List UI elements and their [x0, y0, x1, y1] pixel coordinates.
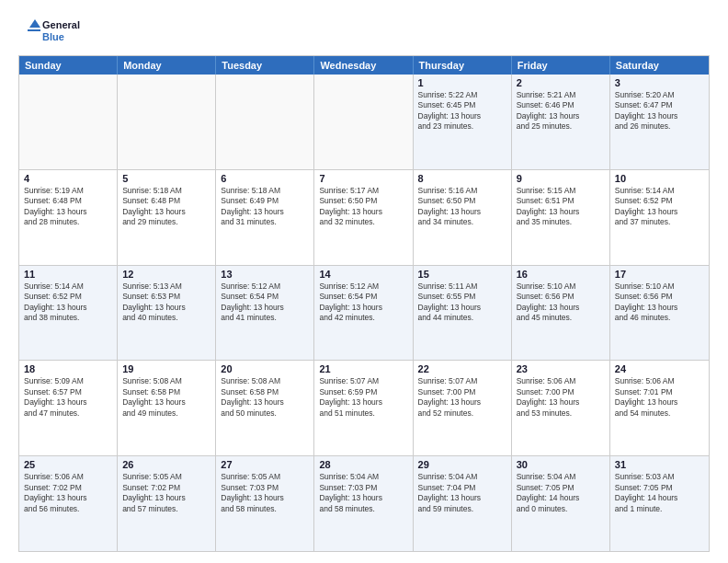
cell-details: Sunrise: 5:06 AMSunset: 7:02 PMDaylight:… [24, 472, 112, 514]
day-number: 18 [24, 363, 112, 374]
calendar-cell-22: 22Sunrise: 5:07 AMSunset: 7:00 PMDayligh… [414, 361, 512, 455]
cell-details: Sunrise: 5:18 AMSunset: 6:49 PMDaylight:… [221, 186, 309, 228]
header-day-wednesday: Wednesday [314, 56, 413, 75]
day-number: 12 [122, 269, 210, 280]
logo-svg: General Blue [18, 15, 92, 48]
calendar-cell-23: 23Sunrise: 5:06 AMSunset: 7:00 PMDayligh… [512, 361, 610, 455]
cell-details: Sunrise: 5:10 AMSunset: 6:56 PMDaylight:… [615, 282, 704, 324]
calendar-cell-empty [216, 75, 314, 169]
cell-details: Sunrise: 5:05 AMSunset: 7:03 PMDaylight:… [221, 472, 309, 514]
calendar-cell-4: 4Sunrise: 5:19 AMSunset: 6:48 PMDaylight… [19, 170, 118, 265]
cell-details: Sunrise: 5:18 AMSunset: 6:48 PMDaylight:… [122, 186, 210, 228]
day-number: 23 [517, 363, 605, 374]
calendar-body: 1Sunrise: 5:22 AMSunset: 6:45 PMDaylight… [19, 75, 709, 551]
svg-text:Blue: Blue [42, 31, 64, 42]
calendar-cell-11: 11Sunrise: 5:14 AMSunset: 6:52 PMDayligh… [19, 266, 118, 361]
calendar-header: SundayMondayTuesdayWednesdayThursdayFrid… [19, 56, 709, 75]
header-day-sunday: Sunday [19, 56, 118, 75]
day-number: 16 [517, 269, 605, 280]
day-number: 15 [418, 269, 506, 280]
cell-details: Sunrise: 5:09 AMSunset: 6:57 PMDaylight:… [24, 376, 112, 419]
day-number: 3 [615, 77, 704, 88]
calendar-cell-10: 10Sunrise: 5:14 AMSunset: 6:52 PMDayligh… [610, 170, 709, 265]
calendar-cell-empty [314, 75, 413, 169]
cell-details: Sunrise: 5:08 AMSunset: 6:58 PMDaylight:… [122, 376, 210, 419]
day-number: 4 [24, 173, 112, 184]
calendar-cell-30: 30Sunrise: 5:04 AMSunset: 7:05 PMDayligh… [512, 456, 610, 551]
cell-details: Sunrise: 5:11 AMSunset: 6:55 PMDaylight:… [418, 282, 506, 324]
day-number: 28 [319, 459, 407, 470]
calendar-cell-29: 29Sunrise: 5:04 AMSunset: 7:04 PMDayligh… [414, 456, 512, 551]
calendar-row-4: 25Sunrise: 5:06 AMSunset: 7:02 PMDayligh… [19, 455, 709, 551]
cell-details: Sunrise: 5:22 AMSunset: 6:45 PMDaylight:… [418, 90, 506, 132]
cell-details: Sunrise: 5:17 AMSunset: 6:50 PMDaylight:… [319, 186, 407, 228]
calendar-row-3: 18Sunrise: 5:09 AMSunset: 6:57 PMDayligh… [19, 360, 709, 455]
day-number: 9 [517, 173, 605, 184]
calendar-cell-24: 24Sunrise: 5:06 AMSunset: 7:01 PMDayligh… [610, 361, 709, 455]
calendar-cell-6: 6Sunrise: 5:18 AMSunset: 6:49 PMDaylight… [216, 170, 314, 265]
calendar-cell-20: 20Sunrise: 5:08 AMSunset: 6:58 PMDayligh… [216, 361, 314, 455]
calendar-cell-9: 9Sunrise: 5:15 AMSunset: 6:51 PMDaylight… [512, 170, 610, 265]
cell-details: Sunrise: 5:03 AMSunset: 7:05 PMDaylight:… [615, 472, 704, 514]
cell-details: Sunrise: 5:16 AMSunset: 6:50 PMDaylight:… [418, 186, 506, 228]
cell-details: Sunrise: 5:06 AMSunset: 7:01 PMDaylight:… [615, 376, 704, 419]
cell-details: Sunrise: 5:19 AMSunset: 6:48 PMDaylight:… [24, 186, 112, 228]
cell-details: Sunrise: 5:14 AMSunset: 6:52 PMDaylight:… [615, 186, 704, 228]
day-number: 19 [122, 363, 210, 374]
header-day-monday: Monday [118, 56, 216, 75]
day-number: 31 [615, 459, 704, 470]
cell-details: Sunrise: 5:07 AMSunset: 6:59 PMDaylight:… [319, 376, 407, 419]
cell-details: Sunrise: 5:04 AMSunset: 7:04 PMDaylight:… [418, 472, 506, 514]
calendar-cell-2: 2Sunrise: 5:21 AMSunset: 6:46 PMDaylight… [512, 75, 610, 169]
day-number: 21 [319, 363, 407, 374]
calendar-cell-3: 3Sunrise: 5:20 AMSunset: 6:47 PMDaylight… [610, 75, 709, 169]
cell-details: Sunrise: 5:21 AMSunset: 6:46 PMDaylight:… [517, 90, 605, 132]
calendar-row-0: 1Sunrise: 5:22 AMSunset: 6:45 PMDaylight… [19, 75, 709, 169]
calendar-cell-17: 17Sunrise: 5:10 AMSunset: 6:56 PMDayligh… [610, 266, 709, 361]
calendar-cell-21: 21Sunrise: 5:07 AMSunset: 6:59 PMDayligh… [314, 361, 413, 455]
day-number: 8 [418, 173, 506, 184]
svg-marker-2 [29, 19, 40, 28]
day-number: 13 [221, 269, 309, 280]
cell-details: Sunrise: 5:10 AMSunset: 6:56 PMDaylight:… [517, 282, 605, 324]
day-number: 22 [418, 363, 506, 374]
calendar-cell-13: 13Sunrise: 5:12 AMSunset: 6:54 PMDayligh… [216, 266, 314, 361]
cell-details: Sunrise: 5:05 AMSunset: 7:02 PMDaylight:… [122, 472, 210, 514]
day-number: 1 [418, 77, 506, 88]
calendar-cell-1: 1Sunrise: 5:22 AMSunset: 6:45 PMDaylight… [414, 75, 512, 169]
day-number: 11 [24, 269, 112, 280]
calendar-cell-27: 27Sunrise: 5:05 AMSunset: 7:03 PMDayligh… [216, 456, 314, 551]
calendar-cell-15: 15Sunrise: 5:11 AMSunset: 6:55 PMDayligh… [414, 266, 512, 361]
day-number: 25 [24, 459, 112, 470]
day-number: 7 [319, 173, 407, 184]
calendar-cell-25: 25Sunrise: 5:06 AMSunset: 7:02 PMDayligh… [19, 456, 118, 551]
logo: General Blue [18, 15, 92, 48]
calendar-cell-31: 31Sunrise: 5:03 AMSunset: 7:05 PMDayligh… [610, 456, 709, 551]
header-day-tuesday: Tuesday [216, 56, 314, 75]
calendar-cell-5: 5Sunrise: 5:18 AMSunset: 6:48 PMDaylight… [118, 170, 216, 265]
day-number: 26 [122, 459, 210, 470]
calendar-cell-19: 19Sunrise: 5:08 AMSunset: 6:58 PMDayligh… [118, 361, 216, 455]
header: General Blue [18, 15, 710, 48]
day-number: 27 [221, 459, 309, 470]
cell-details: Sunrise: 5:13 AMSunset: 6:53 PMDaylight:… [122, 282, 210, 324]
header-day-friday: Friday [512, 56, 610, 75]
calendar-cell-18: 18Sunrise: 5:09 AMSunset: 6:57 PMDayligh… [19, 361, 118, 455]
day-number: 14 [319, 269, 407, 280]
calendar-cell-26: 26Sunrise: 5:05 AMSunset: 7:02 PMDayligh… [118, 456, 216, 551]
day-number: 5 [122, 173, 210, 184]
day-number: 29 [418, 459, 506, 470]
day-number: 10 [615, 173, 704, 184]
calendar-cell-empty [19, 75, 118, 169]
cell-details: Sunrise: 5:04 AMSunset: 7:03 PMDaylight:… [319, 472, 407, 514]
cell-details: Sunrise: 5:06 AMSunset: 7:00 PMDaylight:… [517, 376, 605, 419]
day-number: 2 [517, 77, 605, 88]
day-number: 30 [517, 459, 605, 470]
cell-details: Sunrise: 5:12 AMSunset: 6:54 PMDaylight:… [221, 282, 309, 324]
calendar-row-1: 4Sunrise: 5:19 AMSunset: 6:48 PMDaylight… [19, 169, 709, 265]
cell-details: Sunrise: 5:14 AMSunset: 6:52 PMDaylight:… [24, 282, 112, 324]
calendar: SundayMondayTuesdayWednesdayThursdayFrid… [18, 55, 710, 552]
cell-details: Sunrise: 5:15 AMSunset: 6:51 PMDaylight:… [517, 186, 605, 228]
header-day-saturday: Saturday [610, 56, 709, 75]
calendar-cell-28: 28Sunrise: 5:04 AMSunset: 7:03 PMDayligh… [314, 456, 413, 551]
